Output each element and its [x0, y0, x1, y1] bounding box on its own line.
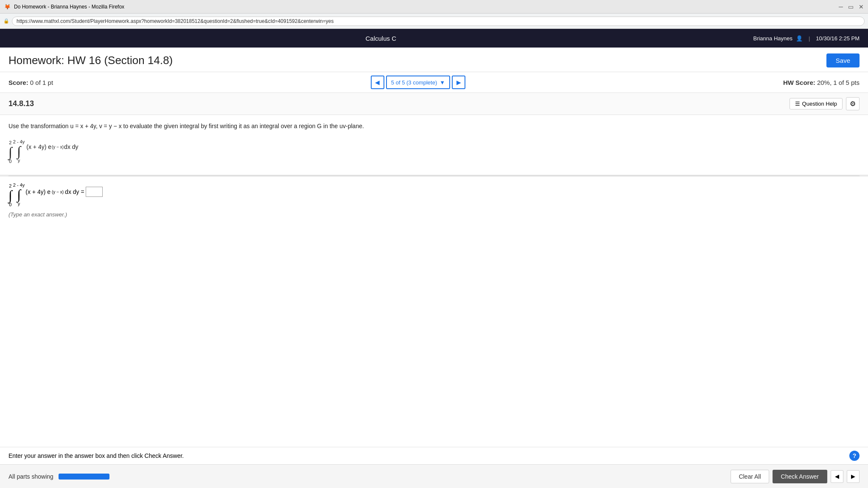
header-divider: | — [809, 35, 810, 42]
outer-int-symbol-1: ∫ — [8, 145, 12, 159]
question-number: 14.8.13 — [8, 99, 34, 108]
url-input[interactable]: https://www.mathxl.com/Student/PlayerHom… — [12, 17, 865, 26]
type-hint: (Type an exact answer.) — [8, 211, 860, 218]
address-bar: 🔒 https://www.mathxl.com/Student/PlayerH… — [0, 14, 868, 29]
user-icon: 👤 — [796, 35, 803, 42]
question-help-button[interactable]: ☰ Question Help — [790, 98, 843, 109]
outer-int-symbol-2: ∫ — [8, 188, 12, 202]
score-display: Score: 0 of 1 pt — [8, 79, 53, 86]
course-title: Calculus C — [365, 35, 396, 42]
answer-input-box[interactable] — [86, 187, 103, 197]
question-help-label: Question Help — [802, 101, 837, 107]
problem-text: Use the transformation u = x + 4y, v = y… — [8, 122, 860, 131]
diff-2: dx dy = — [65, 188, 84, 195]
browser-title: Do Homework - Brianna Haynes - Mozilla F… — [14, 4, 124, 10]
save-button[interactable]: Save — [826, 53, 860, 67]
question-progress: 5 of 5 (3 complete) — [391, 79, 437, 86]
homework-title: Homework: HW 16 (Section 14.8) — [8, 54, 173, 67]
hw-score-value: 20%, 1 of 5 pts — [817, 79, 860, 86]
diff-1: dx dy — [64, 143, 78, 150]
maximize-btn[interactable]: ▭ — [848, 3, 854, 10]
hw-score-display: HW Score: 20%, 1 of 5 pts — [783, 79, 860, 86]
question-dropdown[interactable]: 5 of 5 (3 complete) ▼ — [386, 76, 450, 89]
score-nav-bar: Score: 0 of 1 pt ◀ 5 of 5 (3 complete) ▼… — [0, 72, 868, 93]
app-header: Calculus C Brianna Haynes 👤 | 10/30/16 2… — [0, 29, 868, 48]
user-info: Brianna Haynes 👤 | 10/30/16 2:25 PM — [753, 35, 860, 42]
outer-lower-1: 0 — [9, 159, 11, 164]
inner-int-symbol-1: ∫ — [17, 144, 21, 158]
question-nav-controls[interactable]: ◀ 5 of 5 (3 complete) ▼ ▶ — [371, 76, 465, 89]
score-value: 0 of 1 pt — [30, 79, 53, 86]
close-btn[interactable]: ✕ — [859, 3, 864, 10]
next-question-btn[interactable]: ▶ — [452, 76, 465, 89]
inner-int-symbol-2: ∫ — [17, 188, 21, 201]
question-tools[interactable]: ☰ Question Help ⚙ — [790, 97, 860, 110]
exponent-2: (y − x) — [52, 190, 64, 194]
window-controls[interactable]: ─ ▭ ✕ — [839, 3, 864, 10]
question-header: 14.8.13 ☰ Question Help ⚙ — [0, 93, 868, 115]
address-icons: 🔒 — [3, 18, 9, 24]
integrand-2: (x + 4y) e — [25, 188, 50, 195]
answer-section: 2 ∫ 0 2 - 4y ∫ y (x + 4y) e (y − x) dx d… — [0, 176, 868, 224]
browser-titlebar: 🦊 Do Homework - Brianna Haynes - Mozilla… — [0, 0, 868, 14]
lock-icon: 🔒 — [3, 18, 9, 24]
browser-favicon: 🦊 — [4, 4, 11, 10]
inner-lower-1: y — [18, 158, 20, 163]
minimize-btn[interactable]: ─ — [839, 3, 843, 10]
question-body: Use the transformation u = x + 4y, v = y… — [0, 115, 868, 176]
hw-title-bar: Homework: HW 16 (Section 14.8) Save — [0, 48, 868, 72]
dropdown-arrow-icon: ▼ — [440, 79, 445, 86]
user-name: Brianna Haynes — [753, 35, 792, 42]
prev-question-btn[interactable]: ◀ — [371, 76, 384, 89]
outer-lower-2: 0 — [9, 202, 11, 207]
exponent-1: (y − x) — [52, 145, 64, 149]
inner-lower-2: y — [18, 201, 20, 206]
datetime-display: 10/30/16 2:25 PM — [816, 35, 860, 42]
integrand-1: (x + 4y) e — [26, 143, 51, 150]
integral-display-1: 2 ∫ 0 2 - 4y ∫ y (x + 4y) e (y − x) dx d… — [8, 136, 860, 168]
menu-icon: ☰ — [795, 101, 800, 107]
answer-row: 2 ∫ 0 2 - 4y ∫ y (x + 4y) e (y − x) dx d… — [8, 183, 860, 207]
settings-button[interactable]: ⚙ — [846, 97, 860, 110]
